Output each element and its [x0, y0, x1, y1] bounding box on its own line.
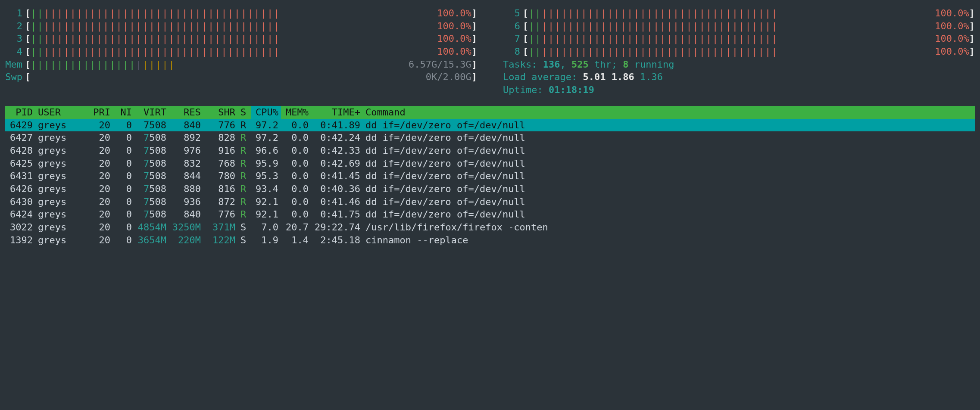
process-row[interactable]: 6430greys2007508936872R92.10.00:41.46dd … — [5, 196, 975, 208]
cell-res: 892 — [169, 131, 203, 144]
cpu-meter-label: 5 — [503, 7, 523, 20]
cell-user: greys — [35, 221, 87, 234]
cell-virt: 7508 — [134, 119, 169, 132]
cell-res: 832 — [169, 157, 203, 170]
cell-mem: 0.0 — [281, 208, 311, 221]
cell-state: R — [238, 119, 251, 132]
col-command[interactable]: Command — [363, 106, 975, 119]
cell-user: greys — [35, 208, 87, 221]
cpu-meter-value: 100.0% — [437, 45, 471, 58]
cpu-meter-value: 100.0% — [935, 45, 969, 58]
cell-user: greys — [35, 183, 87, 196]
cpu-meter-5: 5[||||||||||||||||||||||||||||||||||||||… — [503, 7, 975, 20]
cpu-meter-label: 6 — [503, 20, 523, 33]
cell-ni: 0 — [113, 119, 134, 132]
col-state[interactable]: S — [238, 106, 251, 119]
cell-virt: 4854M — [134, 221, 169, 234]
col-virt[interactable]: VIRT — [134, 106, 169, 119]
process-row[interactable]: 6429greys2007508840776R97.20.00:41.89dd … — [5, 119, 975, 132]
cell-pid: 6424 — [5, 208, 35, 221]
swap-label: Swp — [5, 71, 25, 84]
col-res[interactable]: RES — [169, 106, 203, 119]
cell-time: 0:42.33 — [311, 144, 363, 157]
process-row[interactable]: 6431greys2007508844780R95.30.00:41.45dd … — [5, 170, 975, 183]
col-shr[interactable]: SHR — [203, 106, 238, 119]
swap-value: 0K/2.00G — [426, 71, 471, 84]
cpu-meter-label: 1 — [5, 7, 25, 20]
meters-left-column: 1[||||||||||||||||||||||||||||||||||||||… — [5, 7, 477, 96]
col-user[interactable]: USER — [35, 106, 87, 119]
cell-pri: 20 — [87, 131, 113, 144]
cell-pri: 20 — [87, 119, 113, 132]
cell-shr: 916 — [203, 144, 238, 157]
cell-state: R — [238, 131, 251, 144]
cell-mem: 0.0 — [281, 170, 311, 183]
cell-mem: 0.0 — [281, 119, 311, 132]
cpu-meter-label: 7 — [503, 32, 523, 45]
col-mem[interactable]: MEM% — [281, 106, 311, 119]
cell-pid: 6428 — [5, 144, 35, 157]
cell-mem: 0.0 — [281, 131, 311, 144]
process-table-header[interactable]: PID USER PRI NI VIRT RES SHR S CPU% MEM%… — [5, 106, 975, 119]
cell-state: R — [238, 157, 251, 170]
process-table[interactable]: PID USER PRI NI VIRT RES SHR S CPU% MEM%… — [5, 106, 975, 247]
cpu-meter-value: 100.0% — [437, 20, 471, 33]
cell-pri: 20 — [87, 183, 113, 196]
process-row[interactable]: 6427greys2007508892828R97.20.00:42.24dd … — [5, 131, 975, 144]
cell-ni: 0 — [113, 196, 134, 208]
cell-cpu: 95.3 — [251, 170, 281, 183]
uptime-line: Uptime: 01:18:19 — [503, 84, 975, 96]
col-time[interactable]: TIME+ — [311, 106, 363, 119]
cell-shr: 816 — [203, 183, 238, 196]
process-row[interactable]: 6425greys2007508832768R95.90.00:42.69dd … — [5, 157, 975, 170]
cell-pri: 20 — [87, 234, 113, 247]
cell-pid: 6427 — [5, 131, 35, 144]
cell-pid: 6430 — [5, 196, 35, 208]
cell-res: 936 — [169, 196, 203, 208]
cell-pid: 3022 — [5, 221, 35, 234]
cell-cpu: 1.9 — [251, 234, 281, 247]
cell-ni: 0 — [113, 183, 134, 196]
cell-command: dd if=/dev/zero of=/dev/null — [363, 144, 975, 157]
cell-command: /usr/lib/firefox/firefox -conten — [363, 221, 975, 234]
cell-pri: 20 — [87, 157, 113, 170]
cell-cpu: 92.1 — [251, 208, 281, 221]
cell-state: R — [238, 208, 251, 221]
process-row[interactable]: 3022greys2004854M3250M371MS7.020.729:22.… — [5, 221, 975, 234]
meters-right-column: 5[||||||||||||||||||||||||||||||||||||||… — [503, 7, 975, 96]
cell-virt: 7508 — [134, 170, 169, 183]
cell-command: dd if=/dev/zero of=/dev/null — [363, 196, 975, 208]
cell-pri: 20 — [87, 144, 113, 157]
cell-time: 0:40.36 — [311, 183, 363, 196]
cell-mem: 0.0 — [281, 196, 311, 208]
cell-ni: 0 — [113, 208, 134, 221]
col-ni[interactable]: NI — [113, 106, 134, 119]
cell-user: greys — [35, 234, 87, 247]
cell-virt: 7508 — [134, 208, 169, 221]
cell-time: 2:45.18 — [311, 234, 363, 247]
cell-state: S — [238, 234, 251, 247]
cell-res: 976 — [169, 144, 203, 157]
cpu-meter-label: 4 — [5, 45, 25, 58]
cell-res: 840 — [169, 208, 203, 221]
cell-shr: 122M — [203, 234, 238, 247]
process-row[interactable]: 6426greys2007508880816R93.40.00:40.36dd … — [5, 183, 975, 196]
cell-user: greys — [35, 131, 87, 144]
cpu-meter-value: 100.0% — [935, 32, 969, 45]
process-row[interactable]: 6424greys2007508840776R92.10.00:41.75dd … — [5, 208, 975, 221]
col-pri[interactable]: PRI — [87, 106, 113, 119]
cell-res: 220M — [169, 234, 203, 247]
cell-mem: 0.0 — [281, 157, 311, 170]
col-pid[interactable]: PID — [5, 106, 35, 119]
process-row[interactable]: 1392greys2003654M220M122MS1.91.42:45.18c… — [5, 234, 975, 247]
cell-mem: 20.7 — [281, 221, 311, 234]
cell-cpu: 92.1 — [251, 196, 281, 208]
process-row[interactable]: 6428greys2007508976916R96.60.00:42.33dd … — [5, 144, 975, 157]
col-cpu[interactable]: CPU% — [251, 106, 281, 119]
cell-state: R — [238, 183, 251, 196]
cell-shr: 872 — [203, 196, 238, 208]
cpu-meter-7: 7[||||||||||||||||||||||||||||||||||||||… — [503, 32, 975, 45]
cell-virt: 7508 — [134, 157, 169, 170]
cpu-meter-8: 8[||||||||||||||||||||||||||||||||||||||… — [503, 45, 975, 58]
tasks-line: Tasks: 136, 525 thr; 8 running — [503, 58, 975, 71]
